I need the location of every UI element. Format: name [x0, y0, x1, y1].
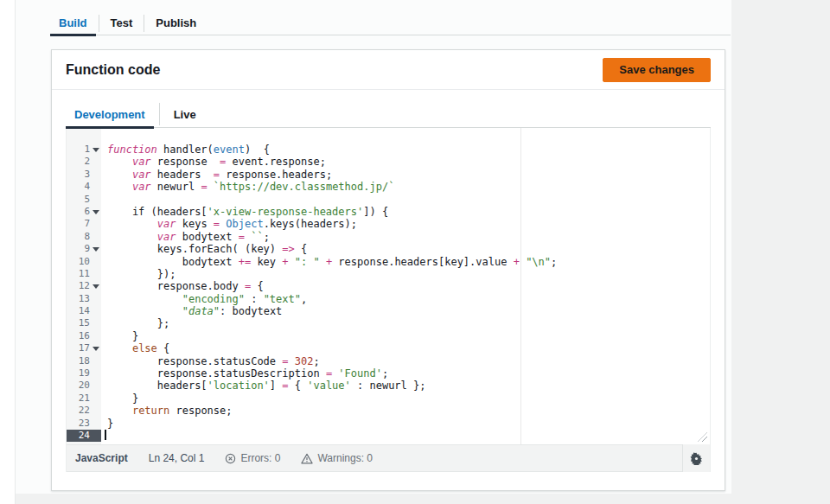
code-line[interactable]: if (headers['x-view-response-headers']) …: [101, 206, 710, 218]
tab-publish-label: Publish: [156, 16, 196, 29]
gutter-line-number[interactable]: 1: [67, 144, 101, 156]
fold-arrow-icon[interactable]: [93, 210, 99, 214]
fold-arrow-icon[interactable]: [93, 247, 99, 252]
code-line[interactable]: };: [101, 317, 710, 329]
error-icon: [225, 453, 236, 464]
gutter-line-number[interactable]: 17: [67, 342, 101, 354]
gutter-line-number[interactable]: 16: [67, 330, 101, 342]
tab-publish[interactable]: Publish: [147, 10, 205, 35]
gutter-line-number[interactable]: 24: [67, 430, 101, 442]
code-line[interactable]: }: [101, 418, 710, 430]
tab-test[interactable]: Test: [102, 10, 142, 35]
status-bar: JavaScript Ln 24, Col 1 Errors: 0 Warnin…: [67, 444, 710, 472]
fold-arrow-icon[interactable]: [93, 347, 99, 351]
gutter-line-number[interactable]: 7: [67, 218, 101, 230]
code-line[interactable]: response.statusDescription = 'Found';: [101, 367, 710, 380]
function-code-panel: Function code Save changes Development L…: [51, 49, 725, 491]
line-number: 17: [79, 342, 90, 354]
tab-test-label: Test: [111, 16, 133, 29]
code-line[interactable]: var response = event.response;: [101, 156, 710, 168]
tab-development[interactable]: Development: [66, 100, 154, 128]
gutter-line-number[interactable]: 6: [67, 206, 101, 218]
code-line[interactable]: [101, 194, 710, 206]
code-editor[interactable]: 123456789101112131415161718192021222324 …: [66, 128, 711, 472]
gutter-line-number[interactable]: 21: [67, 392, 101, 405]
gutter-line-number[interactable]: 2: [67, 156, 101, 168]
code-line[interactable]: keys.forEach( (key) => {: [101, 243, 710, 255]
code-line[interactable]: function handler(event) {: [101, 144, 710, 156]
code-line[interactable]: var newurl = `https://dev.classmethod.jp…: [101, 181, 710, 193]
gutter-line-number[interactable]: 5: [67, 194, 101, 206]
code-line[interactable]: var headers = response.headers;: [101, 169, 710, 181]
editor-version-tabs: Development Live: [66, 100, 711, 128]
line-number: 19: [79, 367, 90, 379]
code-line[interactable]: }: [101, 392, 710, 405]
line-number: 16: [79, 330, 90, 341]
gutter-line-number[interactable]: 3: [67, 169, 101, 181]
gutter-line-number[interactable]: 22: [67, 405, 101, 417]
tab-live[interactable]: Live: [165, 100, 205, 128]
line-number: 10: [79, 256, 90, 267]
code-line[interactable]: bodytext += key + ": " + response.header…: [101, 256, 710, 268]
panel-header: Function code Save changes: [52, 50, 725, 90]
text-cursor: [105, 430, 106, 440]
errors-label: Errors: 0: [240, 452, 280, 464]
line-number: 11: [79, 268, 90, 279]
code-line[interactable]: else {: [101, 342, 710, 354]
line-number: 1: [84, 144, 90, 155]
line-number: 22: [79, 405, 90, 416]
warnings-status: Warnings: 0: [301, 452, 373, 464]
code-line[interactable]: response.body = {: [101, 280, 710, 292]
save-changes-button[interactable]: Save changes: [603, 58, 711, 82]
cursor-position-label: Ln 24, Col 1: [149, 452, 205, 464]
code-line[interactable]: }: [101, 330, 710, 342]
code-lines[interactable]: function handler(event) { var response =…: [101, 128, 710, 444]
code-line[interactable]: headers['location'] = { 'value' : newurl…: [101, 380, 710, 392]
gutter-line-number[interactable]: 13: [67, 293, 101, 305]
tab-build[interactable]: Build: [50, 10, 96, 35]
gutter-line-number[interactable]: 4: [67, 181, 101, 193]
gutter-line-number[interactable]: 20: [67, 380, 101, 392]
fold-arrow-icon[interactable]: [93, 284, 99, 289]
bottom-background: [16, 494, 731, 504]
code-line[interactable]: return response;: [101, 405, 710, 417]
tab-live-label: Live: [174, 108, 196, 121]
language-label: JavaScript: [75, 452, 128, 464]
code-line[interactable]: response.statusCode = 302;: [101, 355, 710, 367]
gutter-line-number[interactable]: 12: [67, 280, 101, 292]
code-line[interactable]: var bodytext = ``;: [101, 231, 710, 243]
line-number: 8: [84, 231, 90, 242]
line-number: 4: [84, 181, 90, 192]
tab-development-label: Development: [74, 108, 145, 121]
print-margin-line: [520, 128, 521, 444]
editor-settings-button[interactable]: [682, 444, 710, 472]
line-number: 24: [79, 430, 90, 441]
function-stage-tabs: Build Test Publish: [50, 10, 731, 35]
code-line[interactable]: var keys = Object.keys(headers);: [101, 218, 710, 230]
line-number: 14: [79, 305, 90, 316]
code-line[interactable]: [101, 430, 710, 442]
gutter-line-number[interactable]: 14: [67, 305, 101, 317]
gutter-line-number[interactable]: 11: [67, 268, 101, 280]
gutter-line-number[interactable]: 10: [67, 256, 101, 268]
fold-arrow-icon[interactable]: [93, 148, 99, 152]
code-line[interactable]: "encoding" : "text",: [101, 293, 710, 305]
warnings-label: Warnings: 0: [317, 452, 373, 464]
right-background: [731, 0, 830, 504]
line-number: 12: [79, 280, 90, 291]
errors-status: Errors: 0: [225, 452, 280, 464]
warning-icon: [301, 453, 313, 464]
code-line[interactable]: "data": bodytext: [101, 305, 710, 317]
gutter-line-number[interactable]: 9: [67, 243, 101, 255]
gutter-line-number[interactable]: 8: [67, 231, 101, 243]
line-number: 15: [79, 317, 90, 329]
line-number: 3: [84, 169, 90, 180]
gutter-line-number[interactable]: 15: [67, 317, 101, 329]
gutter-line-number[interactable]: 19: [67, 367, 101, 380]
gutter-line-number[interactable]: 23: [67, 418, 101, 430]
code-area[interactable]: 123456789101112131415161718192021222324 …: [67, 128, 710, 444]
gutter: 123456789101112131415161718192021222324: [67, 128, 101, 444]
gutter-line-number[interactable]: 18: [67, 355, 101, 367]
gear-icon: [690, 452, 703, 465]
code-line[interactable]: });: [101, 268, 710, 280]
